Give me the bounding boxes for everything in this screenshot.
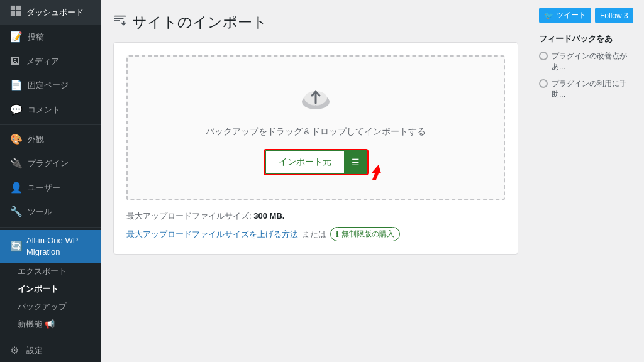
posts-icon: 📝	[10, 30, 23, 44]
radio-1[interactable]	[539, 52, 548, 60]
svg-rect-1	[16, 6, 21, 10]
pages-icon: 📄	[10, 79, 23, 92]
sidebar-item-dashboard[interactable]: ダッシュボード	[0, 0, 101, 25]
tools-icon: 🔧	[10, 205, 23, 219]
follow-button[interactable]: Follow 3	[595, 8, 633, 23]
sidebar-item-label: プラグイン	[28, 158, 69, 169]
content-area: サイトのインポート	[101, 0, 644, 362]
sidebar-sub-newfeature[interactable]: 新機能 📢	[0, 315, 101, 333]
sidebar: ダッシュボード 📝 投稿 🖼 メディア 📄 固定ページ 💬 コメント 🎨 外観 …	[0, 0, 101, 362]
users-icon: 👤	[10, 181, 23, 195]
social-buttons: 🐦 ツイート Follow 3	[539, 8, 636, 23]
import-btn-highlight: インポート元 ☰	[265, 150, 367, 174]
sidebar-item-pages[interactable]: 📄 固定ページ	[0, 74, 101, 97]
sidebar-item-allinone[interactable]: 🔄 All-in-One WP Migration	[0, 230, 101, 263]
follow-label: Follow 3	[600, 11, 628, 20]
svg-rect-2	[11, 11, 15, 16]
main-content: サイトのインポート	[101, 0, 644, 362]
sidebar-item-label: 外観	[28, 134, 44, 145]
sidebar-sub-import[interactable]: インポート	[0, 280, 101, 298]
sidebar-sub-backup[interactable]: バックアップ	[0, 298, 101, 315]
feedback-text-2: プラグインの利用に手助...	[552, 79, 636, 100]
hamburger-icon: ☰	[352, 157, 360, 167]
import-btn-label: インポート元	[279, 156, 331, 168]
page-content: サイトのインポート	[101, 0, 531, 362]
export-label: エクスポート	[18, 266, 67, 277]
import-label: インポート	[18, 283, 58, 295]
backup-label: バックアップ	[18, 301, 67, 312]
sidebar-item-label: All-in-One WP Migration	[26, 235, 91, 258]
upload-size-value: 300 MB.	[253, 211, 284, 221]
import-page-icon	[113, 14, 127, 31]
svg-rect-5	[114, 18, 124, 19]
info-icon: ℹ	[336, 230, 339, 239]
upgrade-link[interactable]: 最大アップロードファイルサイズを上げる方法	[126, 229, 298, 240]
media-icon: 🖼	[10, 55, 21, 69]
sidebar-sub-export[interactable]: エクスポート	[0, 263, 101, 280]
feedback-item-1: プラグインの改善点があ...	[539, 51, 636, 72]
sidebar-item-plugins[interactable]: 🔌 プラグイン	[0, 151, 101, 175]
import-dropzone[interactable]: バックアップをドラッグ＆ドロップしてインポートする インポート元 ☰	[126, 55, 505, 200]
sidebar-item-settings[interactable]: ⚙ 設定	[0, 339, 101, 362]
right-sidebar: 🐦 ツイート Follow 3 フィードバックをあ プラグインの改善点があ...…	[531, 0, 644, 362]
svg-rect-0	[11, 6, 15, 10]
sidebar-item-label: 固定ページ	[28, 80, 69, 91]
or-text: または	[302, 229, 326, 240]
dashboard-icon	[10, 5, 21, 20]
sidebar-item-media[interactable]: 🖼 メディア	[0, 50, 101, 74]
dropzone-text: バックアップをドラッグ＆ドロップしてインポートする	[140, 126, 491, 138]
settings-label: 設定	[26, 345, 43, 356]
allinone-icon: 🔄	[10, 239, 21, 253]
import-btn-wrapper: インポート元 ☰	[140, 150, 491, 174]
sidebar-item-tools[interactable]: 🔧 ツール	[0, 200, 101, 224]
unlimited-purchase-button[interactable]: ℹ 無制限版の購入	[330, 227, 400, 241]
feedback-title: フィードバックをあ	[539, 33, 636, 45]
comments-icon: 💬	[10, 103, 23, 117]
radio-2[interactable]	[539, 79, 548, 88]
divider-3	[0, 336, 101, 336]
feedback-text-1: プラグインの改善点があ...	[552, 51, 636, 72]
sidebar-item-appearance[interactable]: 🎨 外観	[0, 128, 101, 151]
sidebar-item-label: ツール	[28, 206, 52, 217]
sidebar-item-comments[interactable]: 💬 コメント	[0, 98, 101, 122]
sidebar-item-label: ダッシュボード	[26, 7, 84, 18]
sidebar-item-label: コメント	[28, 104, 60, 116]
import-menu-button[interactable]: ☰	[345, 150, 367, 174]
page-title: サイトのインポート	[113, 13, 518, 32]
sidebar-item-users[interactable]: 👤 ユーザー	[0, 176, 101, 200]
tweet-button[interactable]: 🐦 ツイート	[539, 8, 591, 23]
sidebar-item-posts[interactable]: 📝 投稿	[0, 25, 101, 49]
svg-rect-4	[114, 16, 126, 17]
divider-1	[0, 124, 101, 125]
plugins-icon: 🔌	[10, 156, 23, 170]
tweet-label: ツイート	[556, 10, 586, 21]
newfeature-label: 新機能 📢	[18, 319, 55, 330]
upload-links: 最大アップロードファイルサイズを上げる方法 または ℹ 無制限版の購入	[126, 227, 505, 241]
divider-2	[0, 227, 101, 228]
twitter-icon: 🐦	[544, 11, 553, 20]
sidebar-item-label: メディア	[26, 56, 59, 67]
svg-rect-3	[16, 11, 21, 16]
appearance-icon: 🎨	[10, 133, 23, 146]
feedback-item-2: プラグインの利用に手助...	[539, 79, 636, 100]
upload-max-text: 最大アップロードファイルサイズ: 300 MB.	[126, 211, 505, 222]
sidebar-item-label: ユーザー	[28, 182, 60, 194]
unlimited-btn-label: 無制限版の購入	[341, 229, 394, 239]
sidebar-item-label: 投稿	[28, 31, 44, 43]
settings-icon: ⚙	[10, 344, 21, 358]
import-source-button[interactable]: インポート元	[265, 150, 345, 174]
cloud-upload-icon	[140, 82, 491, 119]
